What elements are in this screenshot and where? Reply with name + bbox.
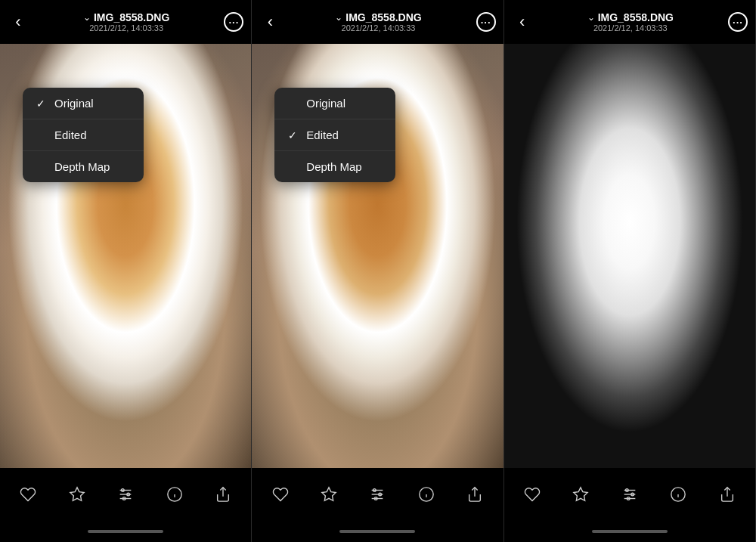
panel-depthmap: ‹ ⌄ IMG_8558.DNG 2021/2/12, 14:03:33 ··· [504, 0, 756, 542]
more-button-1[interactable]: ··· [224, 12, 243, 32]
header-3: ‹ ⌄ IMG_8558.DNG 2021/2/12, 14:03:33 ··· [504, 0, 755, 44]
svg-marker-22 [574, 488, 587, 500]
checkmark-icon-2: ✓ [288, 129, 299, 141]
dropdown-label-edited-1: Edited [54, 129, 87, 141]
dropdown-menu-1: ✓ Original Edited Depth Map [23, 88, 144, 182]
home-indicator-1 [0, 521, 251, 542]
star-button-2[interactable] [315, 481, 342, 508]
dropdown-item-depthmap-1[interactable]: Depth Map [23, 151, 144, 182]
dropdown-label-original-2: Original [306, 97, 345, 110]
like-button-2[interactable] [267, 481, 294, 508]
info-button-2[interactable] [413, 481, 440, 508]
more-button-3[interactable]: ··· [728, 12, 748, 32]
info-button-3[interactable] [665, 481, 692, 508]
image-area-1: ✓ Original Edited Depth Map [0, 44, 251, 468]
filename-3: IMG_8558.DNG [598, 11, 674, 23]
filename-2: IMG_8558.DNG [345, 11, 421, 23]
share-button-3[interactable] [714, 481, 741, 508]
share-button-2[interactable] [461, 481, 488, 508]
chevron-down-icon-2: ⌄ [335, 12, 342, 23]
cat-photo-depthmap [504, 44, 755, 468]
back-button-1[interactable]: ‹ [8, 12, 29, 32]
svg-marker-11 [322, 488, 336, 500]
header-1: ‹ ⌄ IMG_8558.DNG 2021/2/12, 14:03:33 ··· [0, 0, 251, 44]
star-button-3[interactable] [567, 481, 594, 508]
home-bar-1 [88, 530, 163, 533]
more-button-2[interactable]: ··· [476, 12, 496, 32]
like-button-1[interactable] [14, 481, 42, 508]
panel-original: ‹ ⌄ IMG_8558.DNG 2021/2/12, 14:03:33 ···… [0, 0, 252, 542]
date-3: 2021/2/12, 14:03:33 [593, 23, 668, 33]
image-area-2: Original ✓ Edited Depth Map [252, 44, 503, 468]
chevron-down-icon-1: ⌄ [83, 12, 91, 23]
header-center-3: ⌄ IMG_8558.DNG 2021/2/12, 14:03:33 [533, 11, 728, 33]
chevron-down-icon-3: ⌄ [587, 12, 595, 23]
edit-button-3[interactable] [616, 481, 643, 508]
home-bar-2 [339, 530, 415, 533]
share-button-1[interactable] [209, 481, 237, 508]
header-center-1: ⌄ IMG_8558.DNG 2021/2/12, 14:03:33 [29, 11, 224, 33]
dropdown-label-edited-2: Edited [306, 129, 339, 141]
title-row-3[interactable]: ⌄ IMG_8558.DNG [587, 11, 674, 23]
dropdown-item-original-2[interactable]: Original [274, 88, 395, 119]
filename-1: IMG_8558.DNG [94, 11, 169, 23]
dropdown-label-depthmap-2: Depth Map [306, 160, 361, 173]
edit-button-1[interactable] [112, 481, 139, 508]
toolbar-2 [252, 468, 503, 521]
dropdown-item-original-1[interactable]: ✓ Original [23, 88, 144, 119]
home-indicator-3 [504, 521, 755, 542]
back-button-3[interactable]: ‹ [512, 12, 533, 32]
dropdown-label-original-1: Original [54, 97, 94, 110]
toolbar-3 [504, 468, 755, 521]
dropdown-menu-2: Original ✓ Edited Depth Map [274, 88, 395, 182]
dropdown-label-depthmap-1: Depth Map [54, 160, 110, 173]
star-button-1[interactable] [64, 481, 91, 508]
title-row-1[interactable]: ⌄ IMG_8558.DNG [83, 11, 169, 23]
info-button-1[interactable] [161, 481, 188, 508]
home-indicator-2 [252, 521, 503, 542]
title-row-2[interactable]: ⌄ IMG_8558.DNG [335, 11, 421, 23]
image-area-3 [504, 44, 755, 468]
header-2: ‹ ⌄ IMG_8558.DNG 2021/2/12, 14:03:33 ··· [252, 0, 503, 44]
home-bar-3 [592, 530, 668, 533]
like-button-3[interactable] [519, 481, 546, 508]
date-2: 2021/2/12, 14:03:33 [342, 23, 416, 33]
header-center-2: ⌄ IMG_8558.DNG 2021/2/12, 14:03:33 [280, 11, 476, 33]
dropdown-item-edited-1[interactable]: Edited [23, 119, 144, 151]
dropdown-item-edited-2[interactable]: ✓ Edited [274, 119, 395, 151]
checkmark-icon-1: ✓ [36, 98, 47, 110]
panel-edited: ‹ ⌄ IMG_8558.DNG 2021/2/12, 14:03:33 ···… [252, 0, 503, 542]
dropdown-item-depthmap-2[interactable]: Depth Map [274, 151, 395, 182]
edit-button-2[interactable] [364, 481, 391, 508]
back-button-2[interactable]: ‹ [259, 12, 280, 32]
date-1: 2021/2/12, 14:03:33 [89, 23, 163, 33]
toolbar-1 [0, 468, 251, 521]
svg-marker-0 [70, 488, 84, 500]
